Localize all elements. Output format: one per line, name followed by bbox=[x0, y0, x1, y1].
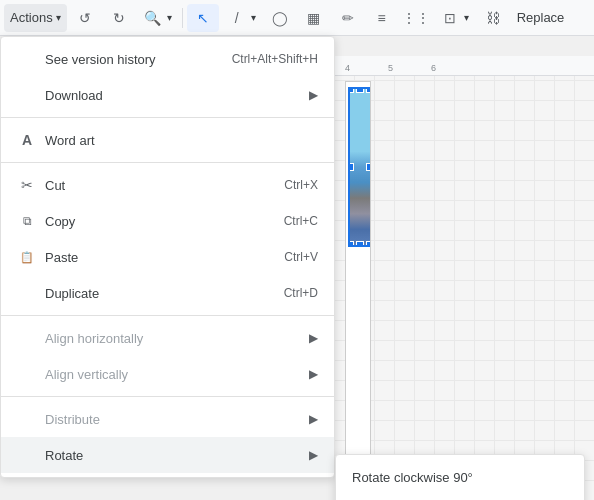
menu-item-rotate[interactable]: Rotate ▶ bbox=[1, 437, 334, 473]
actions-button[interactable]: Actions ▾ bbox=[4, 4, 67, 32]
text-button[interactable]: ≡ bbox=[366, 4, 398, 32]
copy-icon: ⧉ bbox=[17, 214, 37, 228]
lines-button[interactable]: ⋮⋮ bbox=[400, 4, 432, 32]
lines2-icon: ⋮⋮ bbox=[406, 8, 426, 28]
menu-item-paste[interactable]: 📋 Paste Ctrl+V bbox=[1, 239, 334, 275]
menu-item-align-h-label: Align horizontally bbox=[45, 331, 309, 346]
menu-item-distribute-label: Distribute bbox=[45, 412, 309, 427]
link-button[interactable]: ⛓ bbox=[477, 4, 509, 32]
menu-item-cut-label: Cut bbox=[45, 178, 260, 193]
menu-item-align-v-label: Align vertically bbox=[45, 367, 309, 382]
slide-area bbox=[345, 81, 371, 480]
pencil-button[interactable]: ✏ bbox=[332, 4, 364, 32]
canvas-background: 4 5 6 bbox=[335, 56, 594, 500]
distribute-arrow: ▶ bbox=[309, 412, 318, 426]
slide-image[interactable] bbox=[348, 87, 371, 247]
line-arrow: ▾ bbox=[251, 12, 256, 23]
menu-item-copy[interactable]: ⧉ Copy Ctrl+C bbox=[1, 203, 334, 239]
rotate-arrow: ▶ bbox=[309, 448, 318, 462]
menu-item-download-label: Download bbox=[45, 88, 309, 103]
menu-item-cut-shortcut: Ctrl+X bbox=[284, 178, 318, 192]
actions-arrow: ▾ bbox=[56, 12, 61, 23]
redo-button[interactable]: ↻ bbox=[103, 4, 135, 32]
ruler-mark-5: 5 bbox=[388, 63, 393, 73]
submenu-rotate-ccw[interactable]: Rotate counter-clockwise 90° bbox=[336, 495, 584, 500]
crop-button[interactable]: ⊡ ▾ bbox=[434, 4, 475, 32]
handle-mr[interactable] bbox=[366, 163, 371, 171]
shape-icon: ◯ bbox=[270, 8, 290, 28]
menu-item-duplicate-label: Duplicate bbox=[45, 286, 260, 301]
menu-item-version-history[interactable]: See version history Ctrl+Alt+Shift+H bbox=[1, 41, 334, 77]
divider-4 bbox=[1, 396, 334, 397]
replace-button[interactable]: Replace bbox=[511, 4, 571, 32]
menu-item-version-history-shortcut: Ctrl+Alt+Shift+H bbox=[232, 52, 318, 66]
handle-bm[interactable] bbox=[356, 241, 364, 247]
line-icon: / bbox=[227, 8, 247, 28]
undo-icon: ↺ bbox=[75, 8, 95, 28]
cut-icon: ✂ bbox=[17, 177, 37, 193]
actions-label: Actions bbox=[10, 10, 53, 25]
ruler-mark-6: 6 bbox=[431, 63, 436, 73]
menu-item-word-art-label: Word art bbox=[45, 133, 318, 148]
menu-item-download[interactable]: Download ▶ bbox=[1, 77, 334, 113]
image-button[interactable]: ▦ bbox=[298, 4, 330, 32]
handle-ml[interactable] bbox=[348, 163, 354, 171]
zoom-button[interactable]: 🔍 ▾ bbox=[137, 4, 178, 32]
cursor-icon: ↖ bbox=[193, 8, 213, 28]
zoom-icon: 🔍 bbox=[143, 8, 163, 28]
slide-image-inner bbox=[350, 89, 370, 245]
pencil-icon: ✏ bbox=[338, 8, 358, 28]
menu-item-paste-label: Paste bbox=[45, 250, 260, 265]
ruler-marks: 4 5 6 bbox=[335, 63, 436, 73]
toolbar: Actions ▾ ↺ ↻ 🔍 ▾ ↖ / ▾ ◯ ▦ ✏ ≡ ⋮⋮ ⊡ ▾ ⛓… bbox=[0, 0, 594, 36]
redo-icon: ↻ bbox=[109, 8, 129, 28]
paste-icon: 📋 bbox=[17, 251, 37, 264]
divider-3 bbox=[1, 315, 334, 316]
menu-item-word-art[interactable]: A Word art bbox=[1, 122, 334, 158]
zoom-arrow: ▾ bbox=[167, 12, 172, 23]
link-icon: ⛓ bbox=[483, 8, 503, 28]
menu-item-align-v: Align vertically ▶ bbox=[1, 356, 334, 392]
word-art-icon: A bbox=[17, 132, 37, 148]
ruler-top: 4 5 6 bbox=[335, 56, 594, 76]
menu-item-copy-shortcut: Ctrl+C bbox=[284, 214, 318, 228]
menu-item-copy-label: Copy bbox=[45, 214, 260, 229]
crop-icon: ⊡ bbox=[440, 8, 460, 28]
divider-1 bbox=[1, 117, 334, 118]
undo-button[interactable]: ↺ bbox=[69, 4, 101, 32]
main-content: 4 5 6 bbox=[0, 36, 594, 500]
menu-item-version-history-label: See version history bbox=[45, 52, 208, 67]
divider-2 bbox=[1, 162, 334, 163]
rotate-submenu: Rotate clockwise 90° Rotate counter-cloc… bbox=[335, 454, 585, 500]
handle-tm[interactable] bbox=[356, 87, 364, 93]
menu-item-paste-shortcut: Ctrl+V bbox=[284, 250, 318, 264]
shape-button[interactable]: ◯ bbox=[264, 4, 296, 32]
download-arrow: ▶ bbox=[309, 88, 318, 102]
menu-item-duplicate-shortcut: Ctrl+D bbox=[284, 286, 318, 300]
replace-label: Replace bbox=[517, 10, 565, 25]
cursor-button[interactable]: ↖ bbox=[187, 4, 219, 32]
align-v-arrow: ▶ bbox=[309, 367, 318, 381]
submenu-rotate-cw[interactable]: Rotate clockwise 90° bbox=[336, 459, 584, 495]
crop-arrow: ▾ bbox=[464, 12, 469, 23]
text-icon: ≡ bbox=[372, 8, 392, 28]
image-icon: ▦ bbox=[304, 8, 324, 28]
menu-item-align-h: Align horizontally ▶ bbox=[1, 320, 334, 356]
menu-item-rotate-label: Rotate bbox=[45, 448, 309, 463]
handle-br[interactable] bbox=[366, 241, 371, 247]
submenu-rotate-cw-label: Rotate clockwise 90° bbox=[352, 470, 568, 485]
handle-bl[interactable] bbox=[348, 241, 354, 247]
handle-tl[interactable] bbox=[348, 87, 354, 93]
actions-dropdown-menu: See version history Ctrl+Alt+Shift+H Dow… bbox=[0, 36, 335, 478]
menu-item-cut[interactable]: ✂ Cut Ctrl+X bbox=[1, 167, 334, 203]
menu-item-duplicate[interactable]: Duplicate Ctrl+D bbox=[1, 275, 334, 311]
menu-item-distribute: Distribute ▶ bbox=[1, 401, 334, 437]
handle-tr[interactable] bbox=[366, 87, 371, 93]
ruler-mark-4: 4 bbox=[345, 63, 350, 73]
line-button[interactable]: / ▾ bbox=[221, 4, 262, 32]
separator-1 bbox=[182, 8, 183, 28]
align-h-arrow: ▶ bbox=[309, 331, 318, 345]
